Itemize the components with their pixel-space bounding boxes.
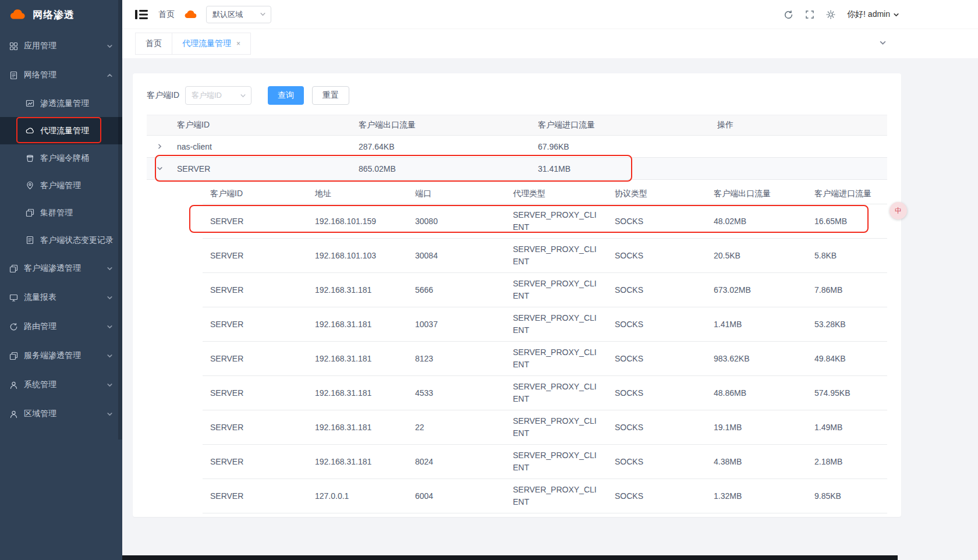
cell-port: 8123: [408, 354, 505, 363]
cell-proxy-type: SERVER_PROXY_CLIENT: [505, 346, 607, 371]
sidebar-item-client-penetration[interactable]: 客户端渗透管理: [0, 254, 122, 283]
cell-protocol-type: SOCKS: [607, 354, 706, 363]
cell-out-traffic: 983.62KB: [706, 354, 807, 363]
top-bar: 首页 默认区域 你好! admin: [122, 0, 978, 29]
query-button[interactable]: 查询: [268, 86, 304, 105]
sidebar-subitem-client-management[interactable]: 客户端管理: [0, 172, 122, 199]
sidebar-subitem-client-token-bucket[interactable]: 客户端令牌桶: [0, 144, 122, 172]
nested-table-row: SERVER192.168.31.1814533SERVER_PROXY_CLI…: [203, 376, 887, 410]
nested-table-row: SERVER192.168.31.18122SERVER_PROXY_CLIEN…: [203, 410, 887, 445]
cell-out-traffic: 1.41MB: [706, 320, 807, 329]
chevron-down-icon: [107, 353, 113, 359]
expand-row-icon[interactable]: [157, 143, 163, 150]
chevron-down-icon: [107, 382, 113, 388]
sidebar-subitem-cluster-management[interactable]: 集群管理: [0, 199, 122, 226]
collapse-row-icon[interactable]: [157, 165, 163, 172]
sidebar-item-route-management[interactable]: 路由管理: [0, 312, 122, 341]
cell-out-traffic: 1.32MB: [706, 491, 807, 501]
top-right-controls: 你好! admin: [784, 0, 899, 29]
collapse-menu-icon[interactable]: [135, 9, 148, 20]
breadcrumb[interactable]: 首页: [158, 9, 175, 20]
menu-item-label: 客户端渗透管理: [24, 263, 107, 274]
client-id-select-placeholder: 客户端ID: [192, 90, 222, 101]
menu-item-label: 流量报表: [24, 292, 107, 303]
table-row[interactable]: nas-client287.64KB67.96KB: [147, 136, 887, 158]
sidebar-item-network-management[interactable]: 网络管理: [0, 61, 122, 90]
bottom-scrollbar[interactable]: [122, 555, 898, 560]
nested-table-row: SERVER192.168.31.1818024SERVER_PROXY_CLI…: [203, 445, 887, 479]
menu-item-label: 系统管理: [24, 380, 107, 390]
cell-proxy-type: SERVER_PROXY_CLIENT: [505, 381, 607, 405]
cell-client-id: SERVER: [172, 164, 354, 173]
sidebar-item-system-management[interactable]: 系统管理: [0, 370, 122, 399]
user-icon: [9, 410, 18, 419]
cell-proxy-type: SERVER_PROXY_CLIENT: [505, 484, 607, 508]
cell-address: 127.0.0.1: [307, 491, 408, 501]
cell-port: 30080: [408, 217, 505, 226]
cell-proxy-type: SERVER_PROXY_CLIENT: [505, 243, 607, 268]
float-badge[interactable]: 中: [890, 202, 907, 219]
sidebar-subitem-client-status-log[interactable]: 客户端状态变更记录: [0, 226, 122, 254]
cell-client-id: SERVER: [203, 251, 307, 260]
cell-client-id: SERVER: [203, 320, 307, 329]
cell-client-id: SERVER: [203, 285, 307, 295]
table-body: nas-client287.64KB67.96KBSERVER865.02MB3…: [147, 136, 887, 513]
menu-item-label: 渗透流量管理: [40, 98, 89, 109]
cell-in-traffic: 9.85KB: [807, 491, 887, 501]
menu-item-label: 客户端状态变更记录: [40, 235, 114, 246]
cell-protocol-type: SOCKS: [607, 217, 706, 226]
cell-address: 192.168.31.181: [307, 320, 408, 329]
sidebar-item-traffic-report[interactable]: 流量报表: [0, 283, 122, 312]
fullscreen-icon[interactable]: [805, 10, 814, 19]
sidebar-subitem-penetration-traffic[interactable]: 渗透流量管理: [0, 90, 122, 117]
copy-icon: [26, 208, 34, 217]
cell-proxy-type: SERVER_PROXY_CLIENT: [505, 209, 607, 233]
sidebar-scrollbar[interactable]: [118, 0, 122, 440]
menu-item-label: 区域管理: [24, 409, 107, 419]
cell-port: 30084: [408, 251, 505, 260]
tab-home[interactable]: 首页: [135, 33, 172, 55]
chevron-down-icon: [107, 295, 113, 301]
cell-out-traffic: 673.02MB: [706, 285, 807, 295]
cell-protocol-type: SOCKS: [607, 320, 706, 329]
tab-close-icon[interactable]: ×: [236, 40, 240, 48]
sidebar-item-app-management[interactable]: 应用管理: [0, 31, 122, 61]
sidebar-item-region-management[interactable]: 区域管理: [0, 399, 122, 428]
chart-icon: [26, 99, 34, 108]
cell-client-id: SERVER: [203, 457, 307, 466]
tab-proxy-traffic[interactable]: 代理流量管理×: [172, 33, 251, 55]
cell-out-traffic: 48.02MB: [706, 217, 807, 226]
table-header: 客户端ID客户端出口流量客户端进口流量操作: [147, 115, 887, 136]
filter-label: 客户端ID: [147, 90, 179, 101]
cell-in-traffic: 16.65MB: [807, 217, 887, 226]
reset-button[interactable]: 重置: [312, 86, 349, 105]
cell-port: 4533: [408, 388, 505, 398]
cell-in-traffic: 574.95KB: [807, 388, 887, 398]
filter-bar: 客户端ID 客户端ID 查询 重置: [147, 86, 887, 105]
menu-item-label: 集群管理: [40, 208, 73, 218]
table-row[interactable]: SERVER865.02MB31.41MB: [147, 158, 887, 180]
client-id-select[interactable]: 客户端ID: [185, 86, 251, 105]
refresh-icon[interactable]: [784, 10, 793, 20]
tabs-bar: 首页代理流量管理×: [122, 29, 978, 58]
user-menu[interactable]: 你好! admin: [847, 9, 899, 20]
content-area: 客户端ID 客户端ID 查询 重置 客户端ID客户端出口流量客户端进口流量操作 …: [122, 58, 978, 560]
cell-protocol-type: SOCKS: [607, 285, 706, 295]
app-logo: 网络渗透: [0, 0, 122, 29]
cell-client-id: SERVER: [203, 388, 307, 398]
sidebar-item-server-penetration[interactable]: 服务端渗透管理: [0, 341, 122, 370]
sidebar-subitem-proxy-traffic[interactable]: 代理流量管理: [0, 117, 122, 144]
chevron-down-icon: [107, 43, 113, 49]
region-select[interactable]: 默认区域: [206, 6, 271, 23]
column-header: 客户端ID: [172, 120, 354, 130]
cell-protocol-type: SOCKS: [607, 491, 706, 501]
greeting-text: 你好! admin: [847, 9, 890, 20]
sidebar-menu: 应用管理网络管理渗透流量管理代理流量管理客户端令牌桶客户端管理集群管理客户端状态…: [0, 31, 122, 428]
nested-column-header: 客户端进口流量: [807, 189, 887, 199]
bucket-icon: [26, 154, 34, 162]
cell-in-traffic: 7.86MB: [807, 285, 887, 295]
cell-proxy-type: SERVER_PROXY_CLIENT: [505, 278, 607, 302]
theme-icon[interactable]: [826, 10, 835, 19]
cloud-icon: [184, 10, 198, 19]
tabs-dropdown-icon[interactable]: [879, 39, 887, 48]
